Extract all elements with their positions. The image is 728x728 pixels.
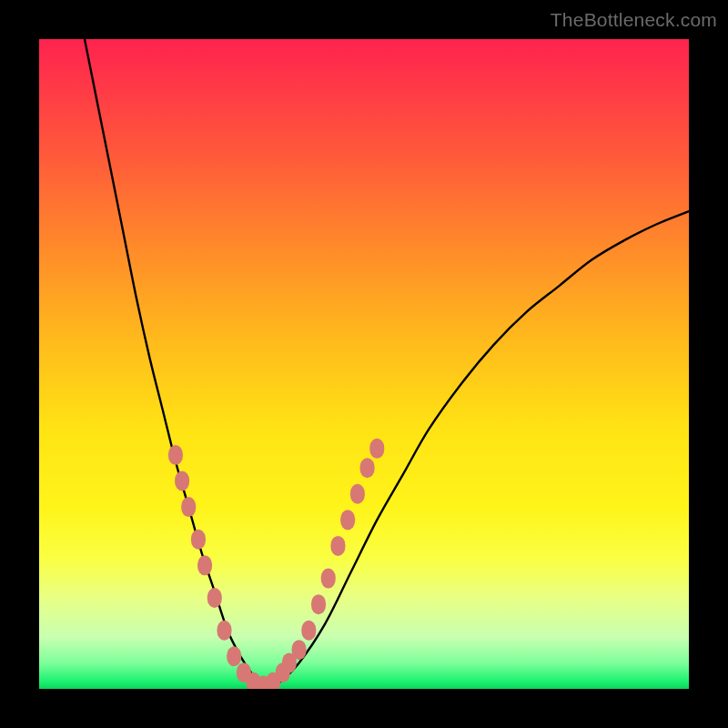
highlight-dot xyxy=(311,594,326,614)
highlight-dot xyxy=(330,536,345,556)
bottleneck-curve xyxy=(85,39,689,689)
highlight-dot xyxy=(181,497,196,517)
watermark-text: TheBottleneck.com xyxy=(551,9,717,31)
highlight-dot xyxy=(360,458,375,478)
highlight-dot xyxy=(227,646,241,666)
highlight-dot xyxy=(191,530,206,550)
highlight-dot xyxy=(217,621,231,641)
highlight-dot xyxy=(207,588,222,608)
chart-svg xyxy=(39,39,689,689)
highlight-dot xyxy=(197,555,212,575)
highlight-dots xyxy=(168,439,384,689)
highlight-dot xyxy=(369,439,384,459)
highlight-dot xyxy=(301,621,316,641)
highlight-dot xyxy=(168,445,183,465)
highlight-dot xyxy=(350,484,365,504)
plot-area xyxy=(39,39,689,689)
chart-stage: TheBottleneck.com xyxy=(0,0,728,728)
highlight-dot xyxy=(292,640,307,660)
highlight-dot xyxy=(175,471,189,491)
highlight-dot xyxy=(321,569,336,589)
highlight-dot xyxy=(340,510,355,530)
